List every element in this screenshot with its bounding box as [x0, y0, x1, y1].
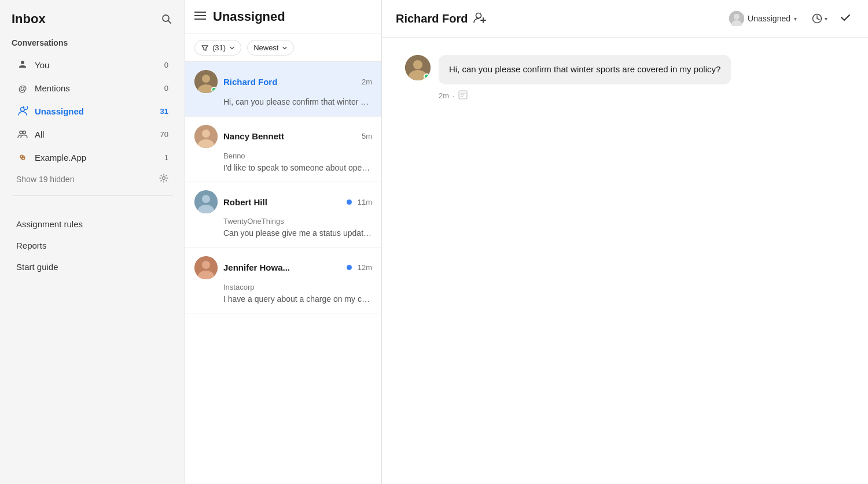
sort-chevron-icon — [282, 45, 288, 51]
search-icon[interactable] — [160, 13, 173, 25]
sidebar-item-reports[interactable]: Reports — [5, 235, 180, 256]
message-row: Hi, can you please confirm that winter s… — [405, 55, 845, 84]
sidebar-item-you[interactable]: You 0 — [5, 53, 180, 76]
hamburger-icon[interactable] — [194, 11, 206, 23]
conv-sub-jennifer: Instacorp — [223, 283, 372, 291]
sidebar-item-you-label: You — [35, 60, 151, 70]
add-contact-icon[interactable] — [473, 12, 486, 26]
svg-text:?: ? — [24, 106, 26, 110]
resolve-button[interactable] — [837, 9, 854, 29]
avatar-nancy-bennett — [194, 125, 218, 148]
sidebar-item-mentions[interactable]: @ Mentions 0 — [5, 76, 180, 99]
contact-name: Richard Ford — [396, 12, 468, 25]
sidebar-bottom-nav: Assignment rules Reports Start guide — [0, 213, 185, 278]
conv-name-jennifer: Jennifer Howa... — [223, 263, 341, 272]
message-time: 2m — [439, 91, 449, 100]
conv-time-nancy: 5m — [362, 132, 372, 141]
inbox-chevron-icon — [229, 45, 235, 51]
middle-panel: Unassigned (31) Newest — [185, 0, 382, 484]
svg-point-14 — [202, 75, 210, 83]
show-hidden-label: Show 19 hidden — [16, 175, 74, 184]
message-text: Hi, can you please confirm that winter s… — [449, 64, 720, 74]
sidebar-item-all[interactable]: All 70 — [5, 123, 180, 146]
conv-preview-richard: Hi, can you please confirm that winter s… — [223, 97, 372, 108]
svg-point-20 — [202, 195, 210, 203]
example-app-icon — [16, 151, 29, 164]
sidebar: Inbox Conversations You 0 @ Mentions 0 — [0, 0, 185, 484]
svg-point-6 — [23, 131, 26, 134]
sidebar-item-mentions-badge: 0 — [157, 84, 168, 93]
inbox-filter-btn[interactable]: (31) — [194, 40, 241, 56]
conversation-item-jennifer-howard[interactable]: Jennifer Howa... 12m Instacorp I have a … — [185, 248, 381, 314]
sort-label: Newest — [253, 43, 278, 52]
conv-sub-robert: TwentyOneThings — [223, 217, 372, 226]
conversations-label: Conversations — [0, 38, 185, 53]
sidebar-item-you-badge: 0 — [157, 61, 168, 69]
message-bubble: Hi, can you please confirm that winter s… — [439, 55, 731, 84]
avatar-robert-hill — [194, 190, 218, 213]
assignee-dropdown[interactable]: Unassigned ▾ — [723, 8, 803, 29]
message-online-dot — [424, 73, 430, 80]
sidebar-item-all-badge: 70 — [157, 130, 168, 139]
all-icon — [16, 128, 29, 141]
sidebar-item-all-label: All — [35, 130, 151, 139]
conversation-item-robert-hill[interactable]: Robert Hill 11m TwentyOneThings Can you … — [185, 182, 381, 248]
conv-sub-nancy: Benno — [223, 152, 372, 160]
unassigned-icon: ? — [16, 105, 29, 117]
conv-time-robert: 11m — [358, 198, 372, 206]
right-panel: Richard Ford Unassig — [382, 0, 868, 484]
sidebar-title: Inbox — [12, 12, 46, 27]
sidebar-item-example-app[interactable]: Example.App 1 — [5, 146, 180, 169]
sort-filter-btn[interactable]: Newest — [247, 40, 294, 56]
inbox-count-label: (31) — [212, 43, 226, 52]
conv-time-jennifer: 12m — [358, 263, 372, 272]
conv-name-richard: Richard Ford — [223, 77, 356, 87]
sidebar-item-example-app-badge: 1 — [157, 153, 168, 162]
avatar-jennifer-howard — [194, 256, 218, 279]
conv-time-richard: 2m — [362, 77, 372, 86]
assignee-avatar — [729, 11, 744, 26]
show-hidden-row[interactable]: Show 19 hidden — [0, 169, 185, 190]
conversation-list: Richard Ford 2m Hi, can you please confi… — [185, 62, 381, 484]
blue-dot-jennifer — [347, 265, 352, 270]
mentions-icon: @ — [16, 82, 29, 94]
conv-preview-robert: Can you please give me a status update o… — [223, 228, 372, 239]
svg-line-33 — [817, 19, 819, 20]
sidebar-header: Inbox — [0, 12, 185, 38]
conv-preview-jennifer: I have a query about a charge on my card… — [223, 294, 372, 305]
sidebar-item-unassigned-label: Unassigned — [35, 106, 151, 116]
assignee-label: Unassigned — [748, 14, 790, 23]
svg-point-9 — [163, 177, 165, 180]
svg-point-8 — [21, 156, 24, 158]
conv-name-robert: Robert Hill — [223, 197, 341, 207]
sidebar-item-assignment-rules[interactable]: Assignment rules — [5, 213, 180, 235]
middle-filters: (31) Newest — [185, 34, 381, 62]
assignee-chevron-icon: ▾ — [794, 16, 797, 22]
svg-point-25 — [476, 13, 481, 18]
time-dropdown[interactable]: ▾ — [810, 11, 830, 26]
gear-icon[interactable] — [159, 173, 168, 185]
conversation-item-nancy-bennett[interactable]: Nancy Bennett 5m Benno I'd like to speak… — [185, 117, 381, 183]
conv-preview-nancy: I'd like to speak to someone about openi… — [223, 162, 372, 174]
sidebar-item-unassigned[interactable]: ? Unassigned 31 — [5, 99, 180, 123]
message-area: Hi, can you please confirm that winter s… — [382, 38, 868, 484]
svg-line-1 — [168, 21, 171, 24]
conversation-item-richard-ford[interactable]: Richard Ford 2m Hi, can you please confi… — [185, 62, 381, 117]
svg-point-23 — [202, 261, 210, 269]
svg-point-17 — [202, 130, 210, 138]
blue-dot-robert — [347, 199, 352, 205]
svg-point-5 — [20, 131, 23, 134]
time-chevron-icon: ▾ — [825, 16, 827, 22]
message-separator: · — [453, 91, 455, 100]
middle-header: Unassigned — [185, 0, 381, 34]
conv-name-nancy: Nancy Bennett — [223, 131, 356, 141]
sidebar-item-start-guide[interactable]: Start guide — [5, 256, 180, 278]
svg-point-35 — [413, 60, 422, 69]
sidebar-item-unassigned-badge: 31 — [157, 107, 168, 116]
sidebar-nav: You 0 @ Mentions 0 ? Unassigned 31 — [0, 53, 185, 169]
right-header-right: Unassigned ▾ ▾ — [723, 8, 854, 29]
right-header-left: Richard Ford — [396, 12, 486, 26]
svg-point-29 — [734, 14, 740, 20]
translate-icon[interactable] — [458, 90, 468, 101]
message-meta: 2m · — [439, 90, 845, 101]
